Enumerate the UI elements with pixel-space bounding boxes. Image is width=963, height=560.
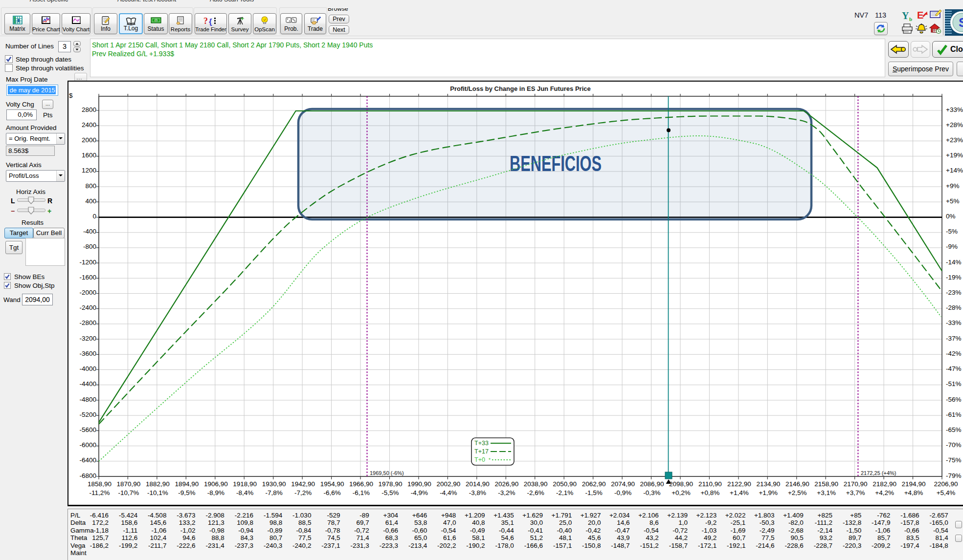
svg-text:-0,41: -0,41 xyxy=(528,527,543,534)
svg-text:-1.594: -1.594 xyxy=(264,512,283,519)
svg-text:-6.416: -6.416 xyxy=(90,512,109,519)
svg-text:Gamma: Gamma xyxy=(70,527,94,534)
svg-text:-0,72: -0,72 xyxy=(354,527,369,534)
svg-text:+2.022: +2.022 xyxy=(725,512,746,519)
svg-text:81,4: 81,4 xyxy=(936,534,949,541)
svg-text:-223,3: -223,3 xyxy=(380,542,398,549)
svg-text:-202,2: -202,2 xyxy=(437,542,456,549)
svg-text:-231,4: -231,4 xyxy=(206,542,225,549)
svg-text:-1,02: -1,02 xyxy=(180,527,196,534)
svg-text:-0,66: -0,66 xyxy=(904,527,919,534)
svg-text:85,7: 85,7 xyxy=(877,534,890,541)
svg-text:40,8: 40,8 xyxy=(472,519,485,526)
svg-text:-148,7: -148,7 xyxy=(611,542,629,549)
svg-text:-178,0: -178,0 xyxy=(495,542,514,549)
svg-text:61,6: 61,6 xyxy=(443,534,456,541)
svg-text:-240,2: -240,2 xyxy=(292,542,311,549)
svg-text:-222,6: -222,6 xyxy=(177,542,195,549)
svg-text:44,2: 44,2 xyxy=(675,534,688,541)
svg-text:+304: +304 xyxy=(383,512,399,519)
svg-text:-0,98: -0,98 xyxy=(209,527,224,534)
svg-text:-213,4: -213,4 xyxy=(408,542,427,549)
svg-text:-237,1: -237,1 xyxy=(321,542,340,549)
svg-text:+825: +825 xyxy=(818,512,832,519)
svg-text:-228,6: -228,6 xyxy=(785,542,804,549)
svg-text:102,4: 102,4 xyxy=(150,534,167,541)
svg-text:54,6: 54,6 xyxy=(501,534,514,541)
svg-text:74,5: 74,5 xyxy=(327,534,340,541)
svg-text:-157,8: -157,8 xyxy=(900,519,919,526)
svg-text:-214,6: -214,6 xyxy=(756,542,774,549)
svg-text:-0,94: -0,94 xyxy=(238,527,253,534)
svg-text:+1.927: +1.927 xyxy=(581,512,601,519)
svg-text:-228,7: -228,7 xyxy=(814,542,832,549)
svg-text:-82,0: -82,0 xyxy=(788,519,804,526)
svg-text:+1.803: +1.803 xyxy=(754,512,775,519)
svg-text:61,4: 61,4 xyxy=(385,519,399,526)
svg-text:30,0: 30,0 xyxy=(530,519,543,526)
svg-text:84,3: 84,3 xyxy=(241,534,253,541)
svg-text:47,0: 47,0 xyxy=(443,519,456,526)
svg-text:+2.106: +2.106 xyxy=(638,512,659,519)
svg-text:51,2: 51,2 xyxy=(530,534,543,541)
svg-text:88,8: 88,8 xyxy=(212,534,224,541)
svg-text:14,6: 14,6 xyxy=(617,519,629,526)
svg-text:77,5: 77,5 xyxy=(761,534,774,541)
svg-text:-209,2: -209,2 xyxy=(872,542,890,549)
svg-text:Maint: Maint xyxy=(70,549,87,557)
svg-text:172,2: 172,2 xyxy=(92,519,109,526)
svg-text:89,7: 89,7 xyxy=(849,534,861,541)
svg-text:-199,2: -199,2 xyxy=(119,542,137,549)
svg-text:-211,7: -211,7 xyxy=(148,542,166,549)
svg-text:Delta: Delta xyxy=(70,519,86,526)
svg-text:-0,54: -0,54 xyxy=(933,527,948,534)
svg-text:78,7: 78,7 xyxy=(327,519,340,526)
svg-text:-0,47: -0,47 xyxy=(615,527,630,534)
svg-text:-132,8: -132,8 xyxy=(843,519,861,526)
svg-text:83,5: 83,5 xyxy=(906,534,919,541)
svg-text:60,7: 60,7 xyxy=(733,534,745,541)
svg-text:69,7: 69,7 xyxy=(357,519,369,526)
svg-text:121,3: 121,3 xyxy=(208,519,224,526)
svg-text:-2.908: -2.908 xyxy=(206,512,224,519)
svg-text:-0,60: -0,60 xyxy=(412,527,427,534)
svg-text:+1.629: +1.629 xyxy=(522,512,543,519)
svg-text:-0,44: -0,44 xyxy=(499,527,514,534)
svg-text:P/L: P/L xyxy=(70,512,80,519)
svg-text:71,4: 71,4 xyxy=(357,534,370,541)
svg-text:Vega: Vega xyxy=(70,542,86,549)
svg-text:-0,78: -0,78 xyxy=(325,527,340,534)
svg-text:25,0: 25,0 xyxy=(559,519,572,526)
svg-text:-158,7: -158,7 xyxy=(669,542,688,549)
svg-text:48,1: 48,1 xyxy=(559,534,572,541)
svg-text:-25,1: -25,1 xyxy=(731,519,746,526)
svg-text:-220,3: -220,3 xyxy=(843,542,861,549)
svg-text:93,2: 93,2 xyxy=(820,534,832,541)
svg-text:-2,49: -2,49 xyxy=(760,527,775,534)
svg-text:-1,11: -1,11 xyxy=(123,527,137,534)
svg-text:-89: -89 xyxy=(359,512,369,519)
svg-text:49,2: 49,2 xyxy=(704,534,717,541)
svg-text:98,8: 98,8 xyxy=(269,519,282,526)
svg-text:8,6: 8,6 xyxy=(649,519,659,526)
svg-text:+948: +948 xyxy=(441,512,456,519)
svg-text:-0,49: -0,49 xyxy=(470,527,485,534)
svg-text:-0,54: -0,54 xyxy=(644,527,659,534)
svg-text:-111,2: -111,2 xyxy=(815,519,832,526)
svg-text:-2.657: -2.657 xyxy=(930,512,948,519)
svg-text:-0,66: -0,66 xyxy=(383,527,398,534)
svg-text:94,6: 94,6 xyxy=(182,534,195,541)
svg-text:-197,4: -197,4 xyxy=(900,542,919,549)
svg-text:158,6: 158,6 xyxy=(121,519,137,526)
svg-text:58,1: 58,1 xyxy=(472,534,485,541)
svg-text:-231,3: -231,3 xyxy=(351,542,369,549)
svg-text:-1.030: -1.030 xyxy=(292,512,311,519)
svg-text:-166,6: -166,6 xyxy=(524,542,543,549)
svg-text:77,5: 77,5 xyxy=(298,534,311,541)
svg-text:-5.424: -5.424 xyxy=(119,512,138,519)
svg-text:+1.209: +1.209 xyxy=(465,512,485,519)
svg-text:+1.791: +1.791 xyxy=(552,512,572,519)
svg-text:-1,06: -1,06 xyxy=(875,527,891,534)
svg-text:-0,54: -0,54 xyxy=(441,527,456,534)
svg-text:-0,84: -0,84 xyxy=(296,527,312,534)
